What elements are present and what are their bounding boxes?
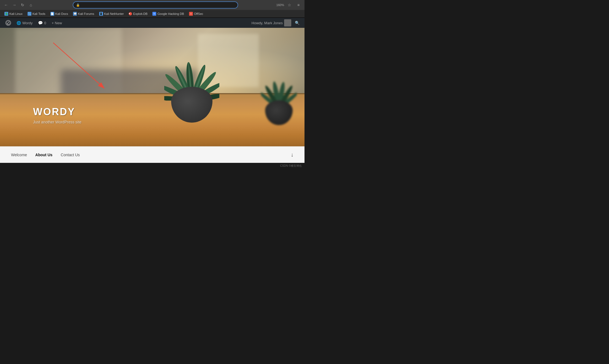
forward-button[interactable]: → xyxy=(10,1,18,9)
back-button[interactable]: ← xyxy=(2,1,10,9)
zoom-level: 160% xyxy=(276,3,284,7)
bookmark-kali-linux[interactable]: 🐉 Kali Linux xyxy=(2,11,25,16)
wp-admin-bar: 🌐 Wordy 💬 0 + New Howdy, Mark Jones 🔍 xyxy=(0,18,304,28)
bookmark-kali-nethunter[interactable]: 📱 Kali NetHunter xyxy=(97,11,126,16)
nav-link-welcome[interactable]: Welcome xyxy=(11,153,27,157)
address-bar[interactable]: 🔒 wordy xyxy=(73,1,238,9)
hero-title: WORDY xyxy=(33,106,82,118)
comments-icon: 💬 xyxy=(38,21,43,25)
bookmark-label: Kali Tools xyxy=(33,12,45,15)
offsec-favicon: ! xyxy=(189,12,193,16)
plant-pot-main xyxy=(171,87,212,123)
plant-main xyxy=(164,51,219,123)
hero-text: WORDY Just another WordPress site xyxy=(33,106,82,124)
wp-logo-item[interactable] xyxy=(3,18,14,28)
bookmark-google-hacking[interactable]: G Google Hacking DB xyxy=(150,11,186,16)
nav-link-contact[interactable]: Contact Us xyxy=(61,153,80,157)
bookmark-label: Google Hacking DB xyxy=(157,12,184,15)
wp-admin-right: Howdy, Mark Jones 🔍 xyxy=(252,19,302,26)
kali-linux-favicon: 🐉 xyxy=(4,12,8,16)
reload-button[interactable]: ↻ xyxy=(19,1,26,9)
lock-icon: 🔒 xyxy=(76,3,80,7)
kali-forums-favicon: 💬 xyxy=(73,12,77,16)
nav-link-about[interactable]: About Us xyxy=(35,153,52,157)
bookmark-button[interactable]: ☆ xyxy=(286,1,293,9)
wp-site-name-item[interactable]: 🌐 Wordy xyxy=(14,18,35,28)
url-input[interactable]: wordy xyxy=(82,3,235,7)
plant-secondary xyxy=(262,76,295,125)
kali-docs-favicon: 📄 xyxy=(50,12,54,16)
user-avatar[interactable] xyxy=(284,19,291,26)
bookmark-label: Kali Forums xyxy=(78,12,94,15)
exploit-db-favicon: ● xyxy=(129,12,132,15)
bookmark-exploit-db[interactable]: ● Exploit-DB xyxy=(126,12,150,16)
google-hacking-favicon: G xyxy=(152,12,156,16)
scroll-down-button[interactable]: ↓ xyxy=(291,152,293,158)
new-label: + New xyxy=(52,21,62,25)
howdy-text: Howdy, Mark Jones xyxy=(252,21,283,25)
site-name: Wordy xyxy=(22,21,33,25)
bookmark-label: Kali Docs xyxy=(55,12,68,15)
wordpress-icon xyxy=(6,20,11,26)
kali-nethunter-favicon: 📱 xyxy=(99,12,103,16)
wp-admin-left: 🌐 Wordy 💬 0 + New xyxy=(3,18,65,28)
browser-toolbar: ← → ↻ ⌂ 🔒 wordy 160% ☆ ≡ xyxy=(0,0,304,10)
watermark-text: CSDN ©楼宫博也 xyxy=(280,164,302,167)
bookmark-label: Kali NetHunter xyxy=(104,12,124,15)
bookmark-label: Exploit-DB xyxy=(133,12,147,15)
kali-tools-favicon: 🔧 xyxy=(28,12,31,16)
browser-actions: ☆ ≡ xyxy=(286,1,302,9)
hero-section: WORDY Just another WordPress site xyxy=(0,28,304,146)
plant-pot-right xyxy=(265,100,293,125)
bookmark-offsec[interactable]: ! OffSec xyxy=(187,11,205,16)
browser-chrome: ← → ↻ ⌂ 🔒 wordy 160% ☆ ≡ 🐉 Kali Linux 🔧 … xyxy=(0,0,304,18)
nav-links: Welcome About Us Contact Us xyxy=(11,153,80,157)
site-name-icon: 🌐 xyxy=(17,21,21,25)
site-navigation: Welcome About Us Contact Us ↓ xyxy=(0,146,304,163)
bookmark-kali-docs[interactable]: 📄 Kali Docs xyxy=(48,11,70,16)
home-button[interactable]: ⌂ xyxy=(27,1,35,9)
bookmarks-bar: 🐉 Kali Linux 🔧 Kali Tools 📄 Kali Docs 💬 … xyxy=(0,10,304,18)
menu-button[interactable]: ≡ xyxy=(295,1,302,9)
wp-comments-item[interactable]: 💬 0 xyxy=(35,18,49,28)
bookmark-kali-forums[interactable]: 💬 Kali Forums xyxy=(71,11,96,16)
comments-count: 0 xyxy=(44,21,46,25)
watermark: CSDN ©楼宫博也 xyxy=(0,163,304,169)
bookmark-kali-tools[interactable]: 🔧 Kali Tools xyxy=(25,11,48,16)
browser-nav-buttons: ← → ↻ ⌂ xyxy=(2,1,35,9)
search-icon[interactable]: 🔍 xyxy=(293,21,302,25)
hero-subtitle: Just another WordPress site xyxy=(33,120,82,124)
wp-new-item[interactable]: + New xyxy=(49,18,65,28)
bookmark-label: OffSec xyxy=(194,12,203,15)
bookmark-label: Kali Linux xyxy=(9,12,23,15)
